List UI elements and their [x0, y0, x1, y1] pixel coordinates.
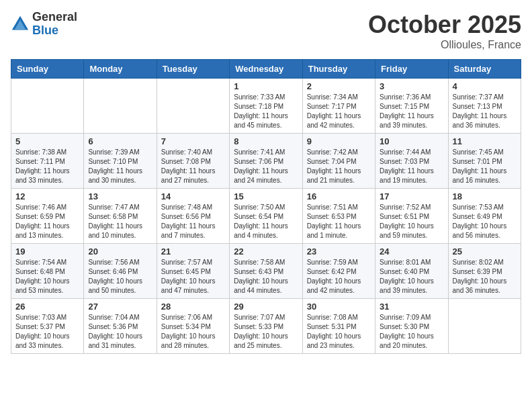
- weekday-header-wednesday: Wednesday: [230, 60, 302, 79]
- day-info: Sunrise: 7:56 AM Sunset: 6:46 PM Dayligh…: [88, 258, 152, 295]
- day-info: Sunrise: 7:33 AM Sunset: 7:18 PM Dayligh…: [234, 93, 298, 130]
- calendar-cell: 14Sunrise: 7:48 AM Sunset: 6:56 PM Dayli…: [157, 189, 229, 244]
- weekday-header-monday: Monday: [84, 60, 157, 79]
- day-number: 18: [453, 191, 517, 201]
- calendar-cell: 20Sunrise: 7:56 AM Sunset: 6:46 PM Dayli…: [84, 244, 157, 299]
- day-number: 11: [453, 136, 517, 146]
- day-number: 2: [307, 81, 371, 91]
- day-info: Sunrise: 7:09 AM Sunset: 5:30 PM Dayligh…: [380, 313, 443, 351]
- calendar-cell: 25Sunrise: 8:02 AM Sunset: 6:39 PM Dayli…: [448, 244, 521, 299]
- calendar-cell: 29Sunrise: 7:07 AM Sunset: 5:33 PM Dayli…: [230, 299, 302, 354]
- day-info: Sunrise: 7:57 AM Sunset: 6:45 PM Dayligh…: [161, 258, 225, 295]
- calendar-cell: 3Sunrise: 7:36 AM Sunset: 7:15 PM Daylig…: [375, 79, 448, 134]
- calendar-cell: 9Sunrise: 7:42 AM Sunset: 7:04 PM Daylig…: [302, 134, 375, 189]
- calendar: SundayMondayTuesdayWednesdayThursdayFrid…: [11, 59, 521, 354]
- day-number: 8: [234, 136, 298, 146]
- weekday-header-sunday: Sunday: [11, 60, 84, 79]
- calendar-cell: 11Sunrise: 7:45 AM Sunset: 7:01 PM Dayli…: [448, 134, 521, 189]
- calendar-week-2: 5Sunrise: 7:38 AM Sunset: 7:11 PM Daylig…: [11, 134, 521, 189]
- logo-icon: [11, 15, 30, 34]
- day-info: Sunrise: 7:38 AM Sunset: 7:11 PM Dayligh…: [15, 148, 79, 185]
- day-number: 21: [161, 246, 225, 257]
- weekday-header-saturday: Saturday: [448, 60, 521, 79]
- calendar-cell: 28Sunrise: 7:06 AM Sunset: 5:34 PM Dayli…: [157, 299, 229, 354]
- day-info: Sunrise: 8:01 AM Sunset: 6:40 PM Dayligh…: [380, 258, 443, 295]
- calendar-week-5: 26Sunrise: 7:03 AM Sunset: 5:37 PM Dayli…: [11, 299, 521, 354]
- calendar-cell: 26Sunrise: 7:03 AM Sunset: 5:37 PM Dayli…: [11, 299, 84, 354]
- day-info: Sunrise: 7:06 AM Sunset: 5:34 PM Dayligh…: [161, 313, 225, 351]
- day-info: Sunrise: 7:54 AM Sunset: 6:48 PM Dayligh…: [15, 258, 79, 295]
- weekday-header-tuesday: Tuesday: [157, 60, 229, 79]
- day-number: 1: [234, 81, 298, 91]
- weekday-header-thursday: Thursday: [302, 60, 375, 79]
- calendar-cell: 21Sunrise: 7:57 AM Sunset: 6:45 PM Dayli…: [157, 244, 229, 299]
- logo-text: General Blue: [32, 11, 77, 38]
- day-number: 19: [15, 246, 79, 257]
- calendar-cell: 18Sunrise: 7:53 AM Sunset: 6:49 PM Dayli…: [448, 189, 521, 244]
- logo: General Blue: [11, 11, 77, 38]
- day-number: 10: [380, 136, 443, 146]
- calendar-cell: 12Sunrise: 7:46 AM Sunset: 6:59 PM Dayli…: [11, 189, 84, 244]
- calendar-cell: 24Sunrise: 8:01 AM Sunset: 6:40 PM Dayli…: [375, 244, 448, 299]
- calendar-cell: 17Sunrise: 7:52 AM Sunset: 6:51 PM Dayli…: [375, 189, 448, 244]
- day-number: 22: [234, 246, 298, 257]
- day-info: Sunrise: 7:08 AM Sunset: 5:31 PM Dayligh…: [307, 313, 371, 351]
- day-info: Sunrise: 7:44 AM Sunset: 7:03 PM Dayligh…: [380, 148, 443, 185]
- weekday-header-friday: Friday: [375, 60, 448, 79]
- day-info: Sunrise: 7:45 AM Sunset: 7:01 PM Dayligh…: [453, 148, 517, 185]
- day-number: 20: [88, 246, 152, 257]
- day-info: Sunrise: 7:51 AM Sunset: 6:53 PM Dayligh…: [307, 203, 371, 240]
- calendar-cell: 23Sunrise: 7:59 AM Sunset: 6:42 PM Dayli…: [302, 244, 375, 299]
- calendar-cell: 10Sunrise: 7:44 AM Sunset: 7:03 PM Dayli…: [375, 134, 448, 189]
- day-number: 29: [234, 302, 298, 312]
- calendar-cell: 4Sunrise: 7:37 AM Sunset: 7:13 PM Daylig…: [448, 79, 521, 134]
- day-info: Sunrise: 7:50 AM Sunset: 6:54 PM Dayligh…: [234, 203, 298, 240]
- day-number: 12: [15, 191, 79, 201]
- day-number: 27: [88, 302, 152, 312]
- title-block: October 2025 Ollioules, France: [368, 11, 521, 51]
- day-number: 9: [307, 136, 371, 146]
- page-header: General Blue October 2025 Ollioules, Fra…: [11, 11, 521, 51]
- day-info: Sunrise: 7:34 AM Sunset: 7:17 PM Dayligh…: [307, 93, 371, 130]
- weekday-header-row: SundayMondayTuesdayWednesdayThursdayFrid…: [11, 60, 521, 79]
- calendar-cell: 2Sunrise: 7:34 AM Sunset: 7:17 PM Daylig…: [302, 79, 375, 134]
- day-number: 7: [161, 136, 225, 146]
- logo-general: General: [32, 11, 77, 24]
- day-info: Sunrise: 8:02 AM Sunset: 6:39 PM Dayligh…: [453, 258, 517, 295]
- calendar-cell: 19Sunrise: 7:54 AM Sunset: 6:48 PM Dayli…: [11, 244, 84, 299]
- calendar-cell: 1Sunrise: 7:33 AM Sunset: 7:18 PM Daylig…: [230, 79, 302, 134]
- calendar-cell: 22Sunrise: 7:58 AM Sunset: 6:43 PM Dayli…: [230, 244, 302, 299]
- calendar-cell: [448, 299, 521, 354]
- month-title: October 2025: [368, 11, 521, 39]
- day-info: Sunrise: 7:42 AM Sunset: 7:04 PM Dayligh…: [307, 148, 371, 185]
- calendar-cell: 13Sunrise: 7:47 AM Sunset: 6:58 PM Dayli…: [84, 189, 157, 244]
- day-number: 4: [453, 81, 517, 91]
- day-info: Sunrise: 7:36 AM Sunset: 7:15 PM Dayligh…: [380, 93, 443, 130]
- day-info: Sunrise: 7:07 AM Sunset: 5:33 PM Dayligh…: [234, 313, 298, 351]
- day-number: 15: [234, 191, 298, 201]
- calendar-cell: 8Sunrise: 7:41 AM Sunset: 7:06 PM Daylig…: [230, 134, 302, 189]
- day-number: 31: [380, 302, 443, 312]
- day-number: 13: [88, 191, 152, 201]
- day-number: 24: [380, 246, 443, 257]
- day-number: 16: [307, 191, 371, 201]
- day-info: Sunrise: 7:48 AM Sunset: 6:56 PM Dayligh…: [161, 203, 225, 240]
- calendar-cell: [157, 79, 229, 134]
- day-info: Sunrise: 7:59 AM Sunset: 6:42 PM Dayligh…: [307, 258, 371, 295]
- day-info: Sunrise: 7:46 AM Sunset: 6:59 PM Dayligh…: [15, 203, 79, 240]
- day-info: Sunrise: 7:03 AM Sunset: 5:37 PM Dayligh…: [15, 313, 79, 351]
- calendar-cell: [11, 79, 84, 134]
- calendar-cell: [84, 79, 157, 134]
- day-info: Sunrise: 7:47 AM Sunset: 6:58 PM Dayligh…: [88, 203, 152, 240]
- day-number: 30: [307, 302, 371, 312]
- day-number: 14: [161, 191, 225, 201]
- day-info: Sunrise: 7:37 AM Sunset: 7:13 PM Dayligh…: [453, 93, 517, 130]
- calendar-week-3: 12Sunrise: 7:46 AM Sunset: 6:59 PM Dayli…: [11, 189, 521, 244]
- day-number: 26: [15, 302, 79, 312]
- calendar-week-1: 1Sunrise: 7:33 AM Sunset: 7:18 PM Daylig…: [11, 79, 521, 134]
- day-info: Sunrise: 7:40 AM Sunset: 7:08 PM Dayligh…: [161, 148, 225, 185]
- day-info: Sunrise: 7:53 AM Sunset: 6:49 PM Dayligh…: [453, 203, 517, 240]
- day-info: Sunrise: 7:52 AM Sunset: 6:51 PM Dayligh…: [380, 203, 443, 240]
- logo-blue: Blue: [32, 24, 77, 38]
- day-info: Sunrise: 7:39 AM Sunset: 7:10 PM Dayligh…: [88, 148, 152, 185]
